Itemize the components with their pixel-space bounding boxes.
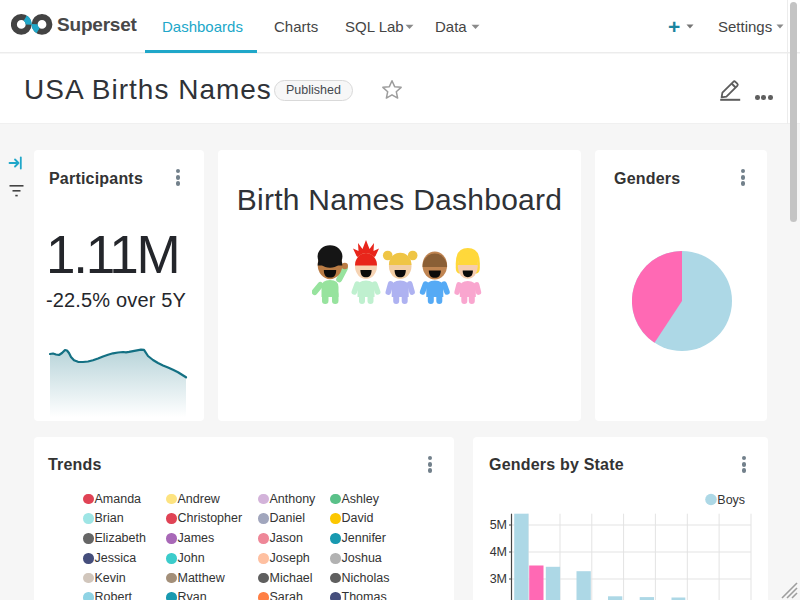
svg-text:Boys: Boys (717, 493, 745, 507)
svg-text:4M: 4M (490, 545, 507, 559)
svg-text:3M: 3M (490, 572, 507, 586)
svg-text:5M: 5M (490, 518, 507, 532)
